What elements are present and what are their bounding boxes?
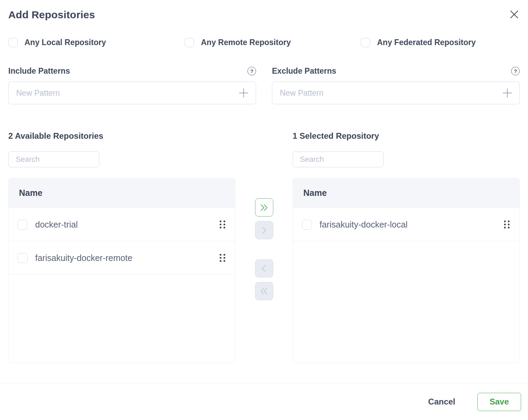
include-patterns-label: Include Patterns bbox=[8, 66, 70, 76]
repositories-transfer-section: 2 Available Repositories Name docker-tri… bbox=[8, 131, 520, 363]
move-all-right-button[interactable] bbox=[255, 198, 273, 217]
available-heading: 2 Available Repositories bbox=[8, 131, 235, 141]
move-left-button[interactable] bbox=[255, 259, 273, 277]
repo-name: farisakuity-docker-local bbox=[319, 220, 503, 230]
any-federated-checkbox[interactable] bbox=[361, 38, 370, 47]
move-left-icon bbox=[260, 264, 268, 273]
drag-handle-icon[interactable] bbox=[219, 253, 226, 263]
plus-icon bbox=[502, 88, 512, 98]
include-help-icon[interactable]: ? bbox=[247, 67, 256, 75]
include-add-pattern-button[interactable] bbox=[238, 87, 250, 99]
plus-icon bbox=[238, 88, 249, 98]
exclude-help-icon[interactable]: ? bbox=[511, 67, 520, 75]
save-button[interactable]: Save bbox=[477, 393, 521, 411]
add-repositories-dialog: Add Repositories Any Local Repository An… bbox=[0, 0, 528, 420]
any-local-label: Any Local Repository bbox=[24, 38, 106, 47]
repo-name: farisakuity-docker-remote bbox=[35, 253, 219, 263]
any-local-checkbox[interactable] bbox=[8, 38, 18, 47]
exclude-patterns-block: Exclude Patterns ? bbox=[272, 66, 520, 104]
dialog-header: Add Repositories bbox=[0, 0, 528, 21]
move-all-left-icon bbox=[259, 287, 269, 295]
exclude-pattern-input[interactable] bbox=[272, 82, 519, 104]
selected-repos-table: Name farisakuity-docker-local bbox=[293, 178, 520, 363]
row-checkbox[interactable] bbox=[18, 220, 28, 230]
available-name-column-header: Name bbox=[9, 178, 235, 208]
checkbox-any-federated-repository[interactable]: Any Federated Repository bbox=[361, 38, 520, 47]
repo-name: docker-trial bbox=[35, 220, 219, 230]
close-button[interactable] bbox=[508, 8, 520, 21]
any-remote-label: Any Remote Repository bbox=[201, 38, 291, 47]
checkbox-any-local-repository[interactable]: Any Local Repository bbox=[8, 38, 185, 47]
dialog-footer: Cancel Save bbox=[0, 383, 528, 420]
move-all-right-icon bbox=[259, 203, 269, 212]
any-federated-label: Any Federated Repository bbox=[377, 38, 476, 47]
close-icon bbox=[509, 9, 519, 20]
transfer-buttons bbox=[235, 131, 293, 363]
checkbox-any-remote-repository[interactable]: Any Remote Repository bbox=[185, 38, 361, 47]
selected-name-column-header: Name bbox=[293, 178, 519, 208]
cancel-button[interactable]: Cancel bbox=[428, 397, 455, 407]
available-repos-table: Name docker-trial farisakuity-docker-r bbox=[8, 178, 235, 363]
selected-search-input[interactable] bbox=[293, 151, 384, 167]
selected-repositories-panel: 1 Selected Repository Name farisakuity-d… bbox=[293, 131, 520, 363]
move-right-button[interactable] bbox=[255, 221, 273, 239]
repo-type-row: Any Local Repository Any Remote Reposito… bbox=[8, 38, 520, 47]
table-row[interactable]: farisakuity-docker-local bbox=[293, 208, 519, 241]
available-search-input[interactable] bbox=[8, 151, 99, 167]
row-checkbox[interactable] bbox=[302, 220, 312, 230]
drag-handle-icon[interactable] bbox=[219, 220, 226, 229]
exclude-patterns-label: Exclude Patterns bbox=[272, 66, 336, 76]
include-pattern-input[interactable] bbox=[9, 82, 256, 104]
table-row[interactable]: docker-trial bbox=[9, 208, 235, 241]
move-all-left-button[interactable] bbox=[255, 282, 273, 300]
page-title: Add Repositories bbox=[8, 9, 520, 21]
move-right-icon bbox=[260, 226, 268, 234]
table-row[interactable]: farisakuity-docker-remote bbox=[9, 241, 235, 275]
include-pattern-field bbox=[8, 82, 256, 104]
selected-heading: 1 Selected Repository bbox=[293, 131, 520, 141]
exclude-pattern-field bbox=[272, 82, 520, 104]
row-checkbox[interactable] bbox=[18, 253, 28, 263]
patterns-section: Include Patterns ? Exclude Patterns ? bbox=[8, 66, 520, 104]
available-repositories-panel: 2 Available Repositories Name docker-tri… bbox=[8, 131, 235, 363]
include-patterns-block: Include Patterns ? bbox=[8, 66, 256, 104]
exclude-add-pattern-button[interactable] bbox=[501, 87, 513, 99]
drag-handle-icon[interactable] bbox=[503, 220, 510, 229]
any-remote-checkbox[interactable] bbox=[185, 38, 194, 47]
